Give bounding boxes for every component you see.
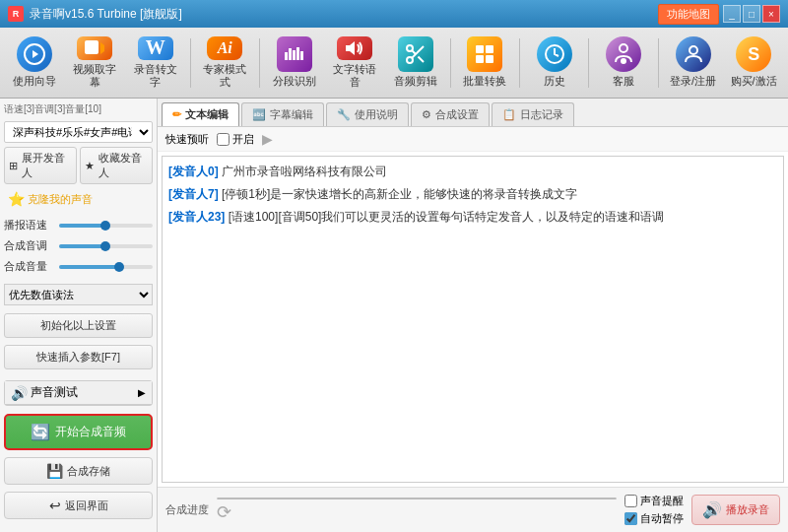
svg-line-12 xyxy=(418,57,424,63)
svg-marker-3 xyxy=(100,42,104,54)
quick-listen-checkbox-row[interactable]: 开启 xyxy=(217,132,254,147)
line-1-text: [停顿1秒]是一家快速增长的高新企业，能够快速的将录音转换成文字 xyxy=(222,187,577,201)
svg-rect-5 xyxy=(289,48,292,60)
svg-rect-6 xyxy=(293,50,296,60)
pitch-track[interactable] xyxy=(59,244,153,248)
text2speech-icon xyxy=(337,36,372,61)
sound-alert-label: 声音提醒 xyxy=(640,494,684,508)
clip-icon xyxy=(398,36,433,72)
toolbar-clip[interactable]: 音频剪辑 xyxy=(387,33,444,94)
speed-track[interactable] xyxy=(59,224,153,228)
svg-rect-4 xyxy=(285,52,288,60)
toolbar-expert[interactable]: Ai 专家模式式 xyxy=(197,33,254,94)
auto-pause-opt[interactable]: 自动暂停 xyxy=(624,511,684,526)
save-synth-button[interactable]: 💾 合成存储 xyxy=(4,457,153,485)
save-icon: 💾 xyxy=(46,463,63,479)
toolbar-login[interactable]: 登录/注册 xyxy=(665,33,722,94)
service-icon xyxy=(606,36,641,72)
login-icon xyxy=(676,36,711,72)
line-0-text: 广州市录音啦网络科技有限公司 xyxy=(222,165,387,178)
voice-test-header[interactable]: 🔊 声音测试 ▶ xyxy=(5,381,152,405)
line-2-label: [发音人23] xyxy=(168,210,225,224)
back-label: 返回界面 xyxy=(65,499,108,513)
maximize-button[interactable]: □ xyxy=(743,5,760,23)
tab-synth-settings[interactable]: ⚙ 合成设置 xyxy=(411,102,490,126)
video-label: 视频取字幕 xyxy=(69,63,122,89)
pitch-thumb[interactable] xyxy=(100,241,110,251)
speed-thumb[interactable] xyxy=(100,221,110,231)
sound-alert-opt[interactable]: 声音提醒 xyxy=(624,494,684,508)
collect-label: 收藏发音人 xyxy=(98,151,148,180)
tab-text-edit-label: 文本编辑 xyxy=(185,107,229,122)
voice-params-label: 语速[3]音调[3]音量[10] xyxy=(4,102,153,116)
tab-subtitle[interactable]: 🔤 字幕编辑 xyxy=(241,102,324,126)
start-synth-button[interactable]: 🔄 开始合成音频 xyxy=(4,414,153,450)
divider-3 xyxy=(450,38,451,88)
star-icon: ⭐ xyxy=(8,191,25,207)
toolbar-service[interactable]: 客服 xyxy=(595,33,652,94)
func-map-button[interactable]: 功能地图 xyxy=(658,4,719,25)
volume-thumb[interactable] xyxy=(114,262,124,272)
content-area: ✏ 文本编辑 🔤 字幕编辑 🔧 使用说明 ⚙ 合成设置 📋 日志记录 快速预听 xyxy=(158,99,788,532)
editor-line-2: [发音人23] [语速100][音调50]我们可以更灵活的设置每句话特定发音人，… xyxy=(168,208,777,227)
prefer-reading-select[interactable]: 优先数值读法 xyxy=(4,284,153,305)
segment-icon xyxy=(277,36,312,72)
toolbar-batch[interactable]: 批量转换 xyxy=(456,33,513,94)
insert-param-button[interactable]: 快速插入参数[F7] xyxy=(4,345,153,369)
svg-line-13 xyxy=(412,51,416,55)
chevron-right-icon: ▶ xyxy=(138,387,146,398)
collect-voice-button[interactable]: ★ 收藏发音人 xyxy=(80,147,153,184)
expand-label: 展开发音人 xyxy=(22,151,72,180)
volume-track[interactable] xyxy=(59,265,153,269)
toolbar-guide[interactable]: 使用向导 xyxy=(6,33,63,94)
volume-slider-row: 合成音量 xyxy=(4,259,153,274)
voice-test-label: 声音测试 xyxy=(31,384,78,401)
svg-rect-7 xyxy=(296,47,299,60)
save-label: 合成存储 xyxy=(67,464,110,479)
buy-label: 购买/激活 xyxy=(731,75,777,88)
pitch-label: 合成音调 xyxy=(4,238,59,253)
progress-track xyxy=(217,498,617,499)
text-editor[interactable]: [发音人0] 广州市录音啦网络科技有限公司 [发音人7] [停顿1秒]是一家快速… xyxy=(162,156,784,483)
my-voice-label: 克隆我的声音 xyxy=(28,192,93,207)
svg-point-20 xyxy=(622,59,625,63)
auto-pause-checkbox[interactable] xyxy=(624,512,637,525)
voice-selector[interactable]: 深声科技#乐乐#女声#电话销售 xyxy=(4,121,153,143)
quick-listen-checkbox[interactable] xyxy=(217,133,230,146)
tab-text-edit[interactable]: ✏ 文本编辑 xyxy=(162,102,239,126)
minimize-button[interactable]: _ xyxy=(723,5,741,23)
toolbar-speech2text[interactable]: W 录音转文字 xyxy=(127,33,184,94)
toolbar-video[interactable]: 视频取字幕 xyxy=(67,33,124,94)
progress-area: 合成进度 ⟳ 声音提醒 自动暂停 🔊 xyxy=(158,487,788,532)
tab-log[interactable]: 📋 日志记录 xyxy=(492,102,574,126)
title-bar: R 录音啊v15.6 Turbine [旗舰版] 功能地图 _ □ × xyxy=(0,0,788,28)
my-voice-button[interactable]: ⭐ 克隆我的声音 xyxy=(4,188,153,210)
init-settings-button[interactable]: 初始化以上设置 xyxy=(4,313,153,338)
divider-1 xyxy=(190,38,191,88)
svg-point-21 xyxy=(690,46,697,54)
back-icon: ↩ xyxy=(49,498,61,513)
expand-icon: ⊞ xyxy=(9,160,18,172)
expert-icon: Ai xyxy=(207,36,242,61)
volume-label: 合成音量 xyxy=(4,259,59,274)
toolbar-text2speech[interactable]: 文字转语音 xyxy=(326,33,383,94)
toolbar-segment[interactable]: 分段识别 xyxy=(266,33,323,94)
progress-icon-row: ⟳ xyxy=(217,501,617,523)
title-text: 录音啊v15.6 Turbine [旗舰版] xyxy=(30,6,182,23)
auto-pause-label: 自动暂停 xyxy=(640,511,684,526)
divider-5 xyxy=(588,38,589,88)
tab-usage[interactable]: 🔧 使用说明 xyxy=(326,102,409,126)
toolbar-buy[interactable]: S 购买/激活 xyxy=(725,33,782,94)
history-label: 历史 xyxy=(544,75,565,88)
svg-marker-1 xyxy=(33,50,38,58)
progress-options: 声音提醒 自动暂停 xyxy=(624,494,684,526)
svg-rect-17 xyxy=(486,55,493,63)
speech2text-label: 录音转文字 xyxy=(129,63,182,89)
sound-alert-checkbox[interactable] xyxy=(624,495,637,507)
expand-voice-button[interactable]: ⊞ 展开发音人 xyxy=(4,147,77,184)
toolbar-history[interactable]: 历史 xyxy=(526,33,583,94)
play-sound-button[interactable]: 🔊 播放录音 xyxy=(691,495,780,525)
back-button[interactable]: ↩ 返回界面 xyxy=(4,492,153,519)
close-button[interactable]: × xyxy=(762,5,780,23)
tab-bar: ✏ 文本编辑 🔤 字幕编辑 🔧 使用说明 ⚙ 合成设置 📋 日志记录 xyxy=(158,99,788,127)
